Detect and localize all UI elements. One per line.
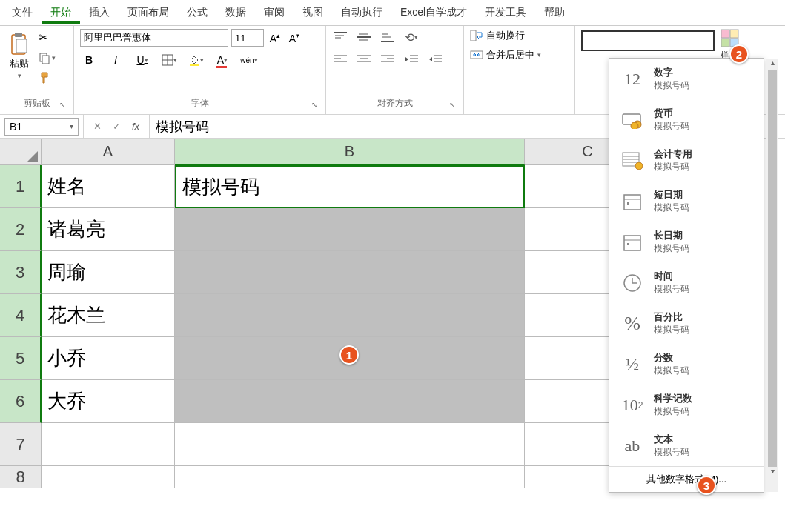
- enter-formula-button[interactable]: ✓: [109, 119, 124, 134]
- row-header[interactable]: 2: [0, 208, 42, 251]
- menu-view[interactable]: 视图: [294, 1, 332, 24]
- format-time-option[interactable]: 时间模拟号码: [609, 262, 764, 303]
- cell[interactable]: 诸葛亮: [42, 208, 175, 251]
- accounting-icon: [620, 150, 645, 172]
- format-title: 分数: [654, 351, 689, 365]
- cell[interactable]: [175, 466, 525, 488]
- format-sub: 模拟号码: [654, 79, 689, 92]
- cell[interactable]: 小乔: [42, 337, 175, 380]
- format-longdate-option[interactable]: 长日期模拟号码: [609, 222, 764, 262]
- copy-button[interactable]: ▾: [37, 50, 57, 65]
- menu-file[interactable]: 文件: [3, 1, 42, 24]
- cell[interactable]: [175, 251, 525, 294]
- svg-rect-50: [624, 236, 640, 250]
- row-header[interactable]: 5: [0, 337, 42, 380]
- expand-icon[interactable]: ⤡: [447, 101, 457, 111]
- cell[interactable]: [175, 423, 525, 466]
- dropdown-scrollbar[interactable]: ▴ ▾: [766, 59, 778, 492]
- number-format-combobox[interactable]: [581, 30, 715, 51]
- increase-font-button[interactable]: A▴: [267, 30, 283, 46]
- cell[interactable]: [175, 208, 525, 251]
- row-header[interactable]: 7: [0, 423, 42, 466]
- align-middle-button[interactable]: [356, 29, 372, 45]
- font-name-select[interactable]: [80, 29, 228, 47]
- menu-formulas[interactable]: 公式: [178, 1, 216, 24]
- cell[interactable]: 花木兰: [42, 294, 175, 337]
- border-button[interactable]: ▾: [160, 51, 178, 69]
- align-center-button[interactable]: [356, 51, 372, 67]
- cell[interactable]: [175, 294, 525, 337]
- format-painter-button[interactable]: [37, 70, 57, 86]
- paste-label: 粘贴: [10, 57, 29, 70]
- select-all-corner[interactable]: [0, 139, 42, 165]
- decrease-font-button[interactable]: A▾: [286, 30, 302, 46]
- orientation-button[interactable]: ⟲▾: [403, 29, 420, 45]
- cut-button[interactable]: ✂: [37, 29, 57, 46]
- format-percentage-option[interactable]: % 百分比模拟号码: [609, 303, 764, 344]
- format-shortdate-option[interactable]: 短日期模拟号码: [609, 181, 764, 222]
- phonetic-button[interactable]: wén ▾: [240, 51, 258, 69]
- format-text-option[interactable]: ab 文本模拟号码: [609, 425, 764, 466]
- format-title: 数字: [654, 66, 689, 79]
- fx-button[interactable]: fx: [128, 119, 143, 134]
- font-increase-icon: A▴: [270, 32, 280, 44]
- format-title: 短日期: [654, 188, 689, 202]
- cancel-formula-button[interactable]: ✕: [90, 119, 105, 134]
- chevron-down-icon: ▾: [224, 56, 228, 64]
- cell[interactable]: [175, 380, 525, 423]
- italic-button[interactable]: I: [107, 51, 125, 69]
- format-sub: 模拟号码: [654, 324, 689, 336]
- row-header[interactable]: 1: [0, 165, 42, 208]
- menu-home[interactable]: 开始: [42, 1, 80, 24]
- column-header-b[interactable]: B: [175, 139, 525, 165]
- format-fraction-option[interactable]: ½ 分数模拟号码: [609, 344, 764, 385]
- decrease-indent-button[interactable]: [403, 51, 420, 67]
- bold-button[interactable]: B: [80, 51, 98, 69]
- expand-icon[interactable]: ⤡: [309, 101, 319, 111]
- align-top-button[interactable]: [332, 29, 348, 45]
- svg-rect-49: [627, 202, 629, 205]
- cell-active[interactable]: 模拟号码: [175, 165, 525, 208]
- chevron-down-icon: ▾: [254, 56, 258, 64]
- scroll-thumb[interactable]: [768, 70, 777, 467]
- menu-review[interactable]: 审阅: [255, 1, 294, 24]
- cell[interactable]: [42, 423, 175, 466]
- font-size-select[interactable]: [231, 29, 264, 47]
- menu-developer[interactable]: 开发工具: [476, 1, 535, 24]
- svg-rect-1: [15, 33, 22, 37]
- underline-button[interactable]: U ▾: [133, 51, 151, 69]
- format-scientific-option[interactable]: 102 科学记数模拟号码: [609, 385, 764, 425]
- font-color-button[interactable]: A ▾: [213, 51, 231, 69]
- cell[interactable]: [42, 466, 175, 488]
- align-right-button[interactable]: [380, 51, 396, 67]
- format-number-option[interactable]: 12 数字模拟号码: [609, 59, 764, 99]
- cell[interactable]: 姓名: [42, 165, 175, 208]
- chevron-down-icon: ▾: [173, 56, 177, 64]
- column-header-a[interactable]: A: [42, 139, 175, 165]
- fill-color-button[interactable]: ▾: [187, 51, 205, 69]
- format-currency-option[interactable]: 货币模拟号码: [609, 99, 764, 140]
- cell[interactable]: 大乔: [42, 380, 175, 423]
- increase-indent-button[interactable]: [427, 51, 443, 67]
- cell[interactable]: 周瑜: [42, 251, 175, 294]
- name-box[interactable]: B1 ▾: [4, 118, 79, 136]
- row-header[interactable]: 3: [0, 251, 42, 294]
- menu-help[interactable]: 帮助: [535, 1, 574, 24]
- menu-custom-excel[interactable]: Excel自学成才: [391, 1, 476, 24]
- menu-insert[interactable]: 插入: [80, 1, 119, 24]
- format-accounting-option[interactable]: 会计专用模拟号码: [609, 140, 764, 181]
- paste-button[interactable]: 粘贴 ▾: [6, 29, 33, 86]
- more-number-formats[interactable]: 其他数字格式(M)...: [609, 466, 764, 492]
- merge-center-button[interactable]: 合并后居中 ▾: [470, 48, 569, 61]
- clock-icon: [620, 272, 645, 294]
- wrap-text-button[interactable]: 自动换行: [470, 29, 569, 42]
- align-bottom-button[interactable]: [380, 29, 396, 45]
- row-header[interactable]: 6: [0, 380, 42, 423]
- row-header[interactable]: 8: [0, 466, 42, 488]
- menu-page-layout[interactable]: 页面布局: [119, 1, 178, 24]
- menu-data[interactable]: 数据: [216, 1, 255, 24]
- menu-automate[interactable]: 自动执行: [332, 1, 391, 24]
- expand-icon[interactable]: ⤡: [57, 101, 67, 111]
- row-header[interactable]: 4: [0, 294, 42, 337]
- align-left-button[interactable]: [332, 51, 348, 67]
